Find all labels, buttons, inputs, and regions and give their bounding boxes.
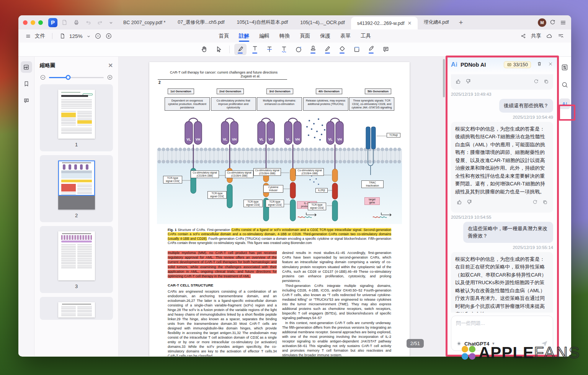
account-avatar[interactable]: M [538, 18, 546, 27]
menu-edit[interactable]: 編輯 [259, 29, 270, 43]
tab-label: 105(1~4)..._OCR.pdf [300, 20, 345, 25]
file-menu[interactable]: 文件 [35, 33, 45, 39]
thumbs-down-icon[interactable] [466, 199, 473, 208]
search-panel-button[interactable] [561, 81, 568, 90]
svg-text:VH: VH [337, 138, 342, 141]
strikethrough-tool-icon[interactable] [263, 44, 276, 55]
file-menu-icon [25, 33, 31, 39]
app-menu-icon[interactable] [560, 19, 567, 26]
thumbnail-page-4-partial[interactable] [40, 297, 113, 320]
zoom-in-icon[interactable] [105, 33, 112, 39]
tab-ocr-105[interactable]: 105(1~4)..._OCR.pdf [294, 15, 351, 29]
eraser-tool-icon[interactable] [336, 44, 348, 55]
menu-protect[interactable]: 保護 [320, 29, 330, 43]
menu-page[interactable]: 頁面 [300, 29, 310, 43]
stamp-tool-icon[interactable] [307, 44, 319, 55]
page-fit-icon[interactable] [59, 33, 65, 39]
slider-zoom-in-icon[interactable] [107, 74, 113, 80]
more-actions-chevron-icon[interactable] [109, 20, 113, 25]
svg-text:VL: VL [286, 138, 291, 141]
share-icon[interactable] [520, 33, 526, 39]
red-highlighted-text: multiple myeloma (MM), no CAR-T cell pro… [168, 251, 277, 278]
tab-chem-ch5[interactable]: 07_選修化學...ch5.pdf [172, 15, 230, 29]
squiggly-underline-tool-icon[interactable] [278, 44, 290, 55]
ellipse-shape-tool-icon[interactable] [292, 44, 305, 55]
new-document-icon[interactable] [61, 19, 68, 26]
comments-panel-button[interactable] [21, 95, 32, 106]
slider-knob[interactable] [66, 75, 71, 80]
body-columns: multiple myeloma (MM), no CAR-T cell pro… [168, 251, 391, 356]
label-il2rb: IL2Rβ [315, 188, 328, 193]
pdf-viewer[interactable]: CAR-T cell therapy for cancer: current c… [119, 57, 446, 356]
copy-icon[interactable] [542, 199, 548, 208]
ai-message: 根据文档中的信息，为您生成的答案是：後續挑戰包括CAR-T細胞療法在急性髓性白血… [451, 122, 553, 213]
bookmarks-panel-button[interactable] [21, 78, 32, 90]
minimize-window-button[interactable] [31, 20, 35, 25]
tab-science-105[interactable]: 105(1~4)自然科題本.pdf [231, 15, 294, 29]
tab-s41392-active[interactable]: s41392-02...269-w.pdf✕ [351, 17, 418, 29]
chat-history[interactable]: 2025/12/19 10:49:43 後續還有那些挑戰？ 2025/12/19… [446, 73, 558, 313]
tab-lihua4[interactable]: 理化總4.pdf [418, 15, 455, 29]
body-text: Third-generation CARs integrate multiple… [282, 283, 391, 320]
collapse-toolbar-icon[interactable] [557, 33, 564, 39]
section-heading: CAR-T CELL STRUCTURE [168, 283, 277, 288]
thumbnail-page-3[interactable]: 3 [40, 226, 113, 293]
regenerate-icon[interactable] [532, 199, 538, 208]
thumbnails-panel-button[interactable] [21, 61, 32, 73]
new-tab-button[interactable]: + [455, 15, 467, 29]
menu-tools[interactable]: 工具 [361, 29, 371, 43]
svg-text:VH: VH [268, 138, 273, 141]
clear-history-icon[interactable] [536, 61, 542, 69]
zoom-window-button[interactable] [38, 20, 43, 25]
thumbs-up-icon[interactable] [455, 78, 461, 86]
print-icon[interactable] [73, 19, 80, 26]
zoom-dropdown-chevron-icon[interactable] [87, 34, 91, 38]
viewer-scrollbar[interactable] [443, 59, 445, 97]
watermark-bold-text: APPLE [479, 344, 534, 362]
share-label[interactable]: 共享 [531, 33, 541, 39]
ai-button-icon: AI [562, 101, 567, 107]
signature-tool-icon[interactable] [365, 44, 377, 55]
user-message: 在這些策略中，哪一種最具潛力來改善療效？ [463, 222, 553, 243]
thumbnail-panel-title: 縮略圖 [40, 62, 56, 69]
paper-running-author: Zugasti et al. [168, 74, 390, 78]
thumbnail-page-1[interactable]: 1 [40, 84, 113, 151]
menu-home[interactable]: 首頁 [219, 29, 229, 43]
slider-zoom-out-icon[interactable] [40, 74, 46, 80]
sync-icon[interactable] [549, 19, 556, 26]
regenerate-icon[interactable] [533, 79, 539, 86]
label-trac-inactivation: TRAC inactivation [361, 180, 384, 188]
zoom-out-icon[interactable] [95, 33, 101, 39]
cloud-icon[interactable] [546, 33, 553, 39]
tab-bc2007[interactable]: BC 2007_copy.pdf * [117, 15, 172, 29]
generation-desc: Co-stimulatory proteins that improve pro… [211, 97, 256, 111]
thumbnail-image [58, 302, 95, 318]
figure-caption: Fig. 1 Structure of CARs. First-generati… [168, 228, 391, 245]
redo-icon[interactable] [97, 19, 103, 26]
rectangle-shape-tool-icon[interactable] [351, 44, 363, 55]
zoom-level-value[interactable]: 125% [69, 33, 83, 39]
left-column: multiple myeloma (MM), no CAR-T cell pro… [168, 251, 277, 356]
underline-tool-icon[interactable] [249, 44, 261, 55]
comment-tool-icon[interactable] [380, 44, 392, 55]
close-panel-icon[interactable]: ✕ [108, 62, 113, 69]
close-ai-panel-icon[interactable] [548, 61, 553, 68]
menu-annotate[interactable]: 註解 [239, 29, 249, 43]
ai-panel-button[interactable]: AI [559, 98, 570, 109]
select-tool-icon[interactable] [212, 44, 225, 55]
body-text: desired results in most studies.41–45 Ac… [282, 251, 391, 283]
menu-convert[interactable]: 轉換 [279, 29, 290, 43]
highlight-tool-icon[interactable] [234, 44, 247, 55]
close-window-button[interactable] [23, 20, 28, 25]
properties-panel-button[interactable] [561, 64, 568, 73]
thumbs-down-icon[interactable] [465, 78, 472, 86]
thumbnail-size-slider[interactable] [49, 77, 104, 78]
thumbnail-page-2-selected[interactable]: 2 [40, 155, 113, 222]
menu-form[interactable]: 表單 [340, 29, 351, 43]
undo-icon[interactable] [85, 19, 91, 26]
hand-tool-icon[interactable] [198, 44, 210, 55]
pencil-tool-icon[interactable] [322, 44, 334, 55]
close-tab-icon[interactable]: ✕ [407, 20, 412, 26]
thumbs-up-icon[interactable] [456, 199, 462, 208]
copy-icon[interactable] [543, 79, 549, 86]
